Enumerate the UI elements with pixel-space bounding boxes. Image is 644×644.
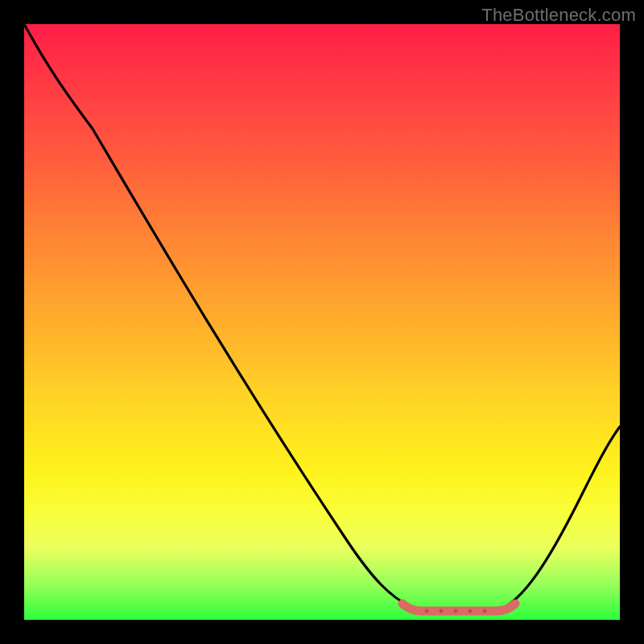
- plot-area: [24, 24, 620, 620]
- svg-point-2: [454, 609, 458, 613]
- chart-frame: TheBottleneck.com: [0, 0, 644, 644]
- bottleneck-curve: [24, 24, 620, 620]
- svg-point-4: [483, 609, 487, 613]
- optimal-zone-highlight: [402, 604, 515, 611]
- curve-path: [24, 24, 620, 610]
- watermark-text: TheBottleneck.com: [481, 5, 636, 26]
- svg-point-1: [440, 609, 444, 613]
- svg-point-0: [425, 609, 429, 613]
- svg-point-3: [469, 609, 473, 613]
